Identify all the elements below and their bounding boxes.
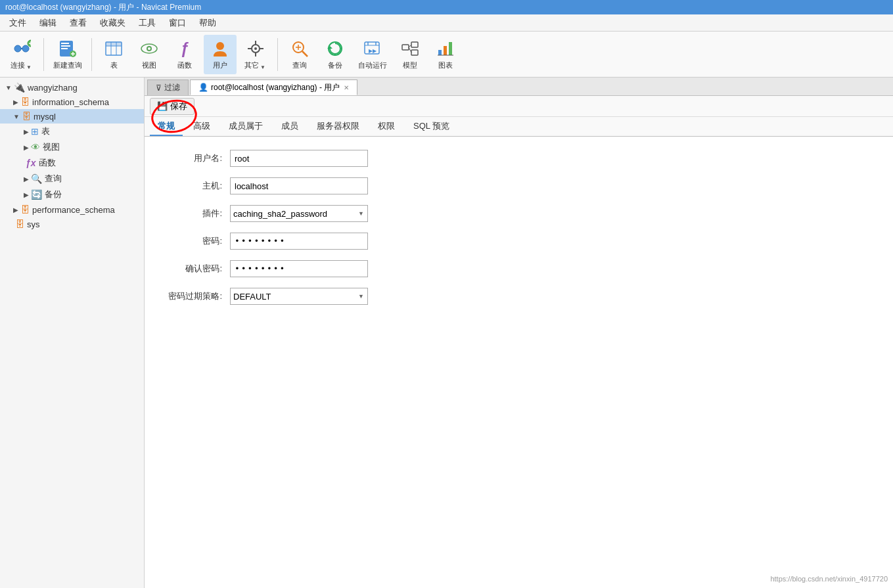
svg-rect-39 <box>402 45 409 50</box>
sidebar-mysql-query[interactable]: ▶ 🔍 查询 <box>0 171 144 187</box>
password-label: 密码: <box>164 235 230 247</box>
svg-rect-7 <box>61 43 69 44</box>
func-label: 函数 <box>177 60 192 70</box>
confirm-password-input[interactable] <box>230 260 368 277</box>
sidebar-perf-schema[interactable]: ▶ 🗄 performance_schema <box>0 202 144 217</box>
query-label-s: 查询 <box>45 173 62 185</box>
watermark-text: https://blog.csdn.net/xinxin_4917720 <box>770 575 888 583</box>
backup-arrow: ▶ <box>24 191 29 198</box>
sys-icon: 🗄 <box>15 219 24 229</box>
toolbar-new-query[interactable]: 新建查询 <box>49 35 86 74</box>
ps-arrow: ▶ <box>13 206 18 214</box>
menu-tools[interactable]: 工具 <box>132 15 162 31</box>
password-input[interactable] <box>230 233 368 250</box>
sidebar-mysql[interactable]: ▼ 🗄 mysql <box>0 109 144 124</box>
menu-view[interactable]: 查看 <box>63 15 93 31</box>
save-icon: 💾 <box>157 101 168 111</box>
plugin-select[interactable]: caching_sha2_password mysql_native_passw… <box>230 205 368 222</box>
sidebar-mysql-func[interactable]: ƒx 函数 <box>0 155 144 171</box>
connect-arrow[interactable]: ▼ <box>25 64 33 70</box>
ps-label: performance_schema <box>32 205 115 215</box>
sidebar-mysql-backup[interactable]: ▶ 🔄 备份 <box>0 187 144 202</box>
user-tab-icon: 👤 <box>198 83 208 92</box>
toolbar-user[interactable]: 用户 <box>204 35 237 74</box>
sidebar-sys[interactable]: 🗄 sys <box>0 217 144 231</box>
subtab-members[interactable]: 成员 <box>273 118 306 136</box>
menu-help[interactable]: 帮助 <box>193 15 223 31</box>
menu-favorites[interactable]: 收藏夹 <box>93 15 132 31</box>
subtab-sql-preview[interactable]: SQL 预览 <box>405 118 457 136</box>
toolbar-model[interactable]: 模型 <box>394 35 426 74</box>
username-input[interactable] <box>230 150 368 167</box>
tab-user[interactable]: 👤 root@localhost (wangyizhang) - 用户 ✕ <box>190 79 357 95</box>
main-layout: ▼ 🔌 wangyizhang ▶ 🗄 information_schema ▼… <box>0 78 893 588</box>
sidebar-connection[interactable]: ▼ 🔌 wangyizhang <box>0 80 144 95</box>
user-icon <box>210 38 231 59</box>
toolbar-auto-run[interactable]: ▶▶ 自动运行 <box>354 35 391 74</box>
title-bar: root@localhost (wangyizhang) - 用户 - Navi… <box>0 0 893 14</box>
other-icon <box>245 38 266 59</box>
user-label: 用户 <box>213 60 227 70</box>
backup-label-s: 备份 <box>45 189 62 200</box>
svg-rect-46 <box>449 42 452 55</box>
form-row-username: 用户名: <box>164 150 873 167</box>
svg-point-23 <box>254 47 257 50</box>
is-label: information_schema <box>32 97 109 107</box>
subtab-general[interactable]: 常规 <box>150 118 183 136</box>
svg-point-0 <box>14 45 21 52</box>
sidebar-information-schema[interactable]: ▶ 🗄 information_schema <box>0 95 144 109</box>
toolbar-chart[interactable]: 图表 <box>429 35 462 74</box>
form-content: 用户名: 主机: 插件: caching_sha2_password mysql… <box>145 137 893 588</box>
tab-filter-label: 过滤 <box>164 82 180 93</box>
menu-edit[interactable]: 编辑 <box>33 15 63 31</box>
sub-tabs: 常规 高级 成员属于 成员 服务器权限 权限 SQL 预览 <box>145 117 893 137</box>
other-label: 其它 <box>244 60 259 70</box>
toolbar-backup[interactable]: 备份 <box>319 35 352 74</box>
auto-run-icon: ▶▶ <box>362 38 383 59</box>
connect-label: 连接 <box>11 60 25 70</box>
new-query-label: 新建查询 <box>53 60 82 70</box>
chart-label: 图表 <box>438 60 453 70</box>
save-button[interactable]: 💾 保存 <box>150 98 195 115</box>
sidebar-mysql-table[interactable]: ▶ ⊞ 表 <box>0 124 144 139</box>
other-arrow[interactable]: ▼ <box>259 64 267 70</box>
save-bar: 💾 保存 <box>145 96 893 117</box>
toolbar-query[interactable]: 查询 <box>283 35 316 74</box>
func-icon-s: ƒx <box>26 158 36 168</box>
subtab-member-of[interactable]: 成员属于 <box>221 118 271 136</box>
view-icon <box>139 38 160 59</box>
mysql-label: mysql <box>34 112 56 122</box>
svg-rect-9 <box>61 48 68 49</box>
menu-file[interactable]: 文件 <box>3 15 33 31</box>
subtab-priv[interactable]: 权限 <box>370 118 403 136</box>
mysql-icon: 🗄 <box>22 111 31 122</box>
svg-line-43 <box>409 47 411 53</box>
backup-icon <box>325 38 346 59</box>
toolbar-view[interactable]: 视图 <box>133 35 166 74</box>
toolbar: 连接 ▼ 新建查询 <box>0 32 893 78</box>
sys-label: sys <box>27 219 40 229</box>
sidebar: ▼ 🔌 wangyizhang ▶ 🗄 information_schema ▼… <box>0 78 145 588</box>
view-arrow: ▶ <box>24 144 29 151</box>
host-input[interactable] <box>230 177 368 194</box>
subtab-server-priv[interactable]: 服务器权限 <box>309 118 367 136</box>
expiry-select[interactable]: DEFAULT NEVER INTERVAL <box>230 288 368 305</box>
svg-line-29 <box>302 51 308 57</box>
subtab-advanced[interactable]: 高级 <box>185 118 218 136</box>
menu-window[interactable]: 窗口 <box>162 15 193 31</box>
toolbar-func[interactable]: ƒ 函数 <box>168 35 201 74</box>
model-icon <box>400 38 421 59</box>
host-label: 主机: <box>164 180 230 192</box>
connection-label: wangyizhang <box>28 83 78 93</box>
toolbar-table[interactable]: 表 <box>97 35 130 74</box>
sidebar-mysql-view[interactable]: ▶ 👁 视图 <box>0 139 144 155</box>
tab-close[interactable]: ✕ <box>344 84 349 91</box>
sep3 <box>277 38 278 71</box>
toolbar-connect[interactable]: 连接 ▼ <box>5 35 38 74</box>
expiry-label: 密码过期策略: <box>164 290 230 302</box>
query-icon-s: 🔍 <box>31 173 42 184</box>
expiry-select-wrapper: DEFAULT NEVER INTERVAL <box>230 288 368 305</box>
tab-filter[interactable]: ⊽ 过滤 <box>147 79 189 95</box>
toolbar-other[interactable]: 其它 ▼ <box>239 35 272 74</box>
table-icon <box>103 38 124 59</box>
